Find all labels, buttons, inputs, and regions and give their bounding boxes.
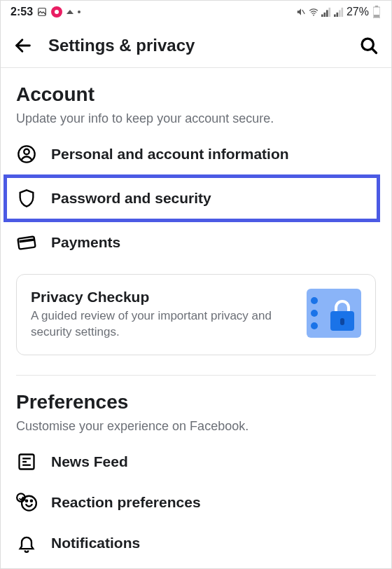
section-preferences: Preferences Customise your experience on…	[1, 376, 391, 563]
item-notifications[interactable]: Notifications	[16, 523, 376, 563]
signal-icon-2	[334, 7, 344, 17]
svg-rect-8	[336, 13, 338, 17]
svg-line-1	[302, 10, 305, 14]
privacy-card-title: Privacy Checkup	[31, 289, 297, 306]
card-icon	[16, 232, 37, 253]
svg-rect-10	[341, 8, 343, 17]
signal-icon	[321, 7, 331, 17]
mute-icon	[296, 7, 306, 17]
item-news-feed[interactable]: News Feed	[16, 441, 376, 482]
battery-percent: 27%	[346, 6, 369, 18]
svg-point-25	[22, 496, 36, 511]
privacy-card-graphic	[307, 289, 361, 338]
person-icon	[16, 144, 37, 165]
svg-rect-9	[339, 10, 341, 17]
section-account-subtitle: Update your info to keep your account se…	[16, 110, 376, 127]
section-preferences-subtitle: Customise your experience on Facebook.	[16, 418, 376, 434]
app-header: Settings & privacy	[1, 23, 391, 68]
item-personal-info-label: Personal and account information	[51, 146, 289, 163]
section-preferences-title: Preferences	[16, 391, 376, 413]
check-dot-icon	[311, 297, 318, 304]
lock-keyhole-icon	[340, 318, 344, 325]
status-right: 27%	[296, 6, 382, 18]
battery-icon	[372, 7, 382, 17]
status-bar: 2:53 27%	[1, 1, 391, 23]
svg-rect-4	[323, 13, 326, 17]
check-dot-icon	[311, 310, 318, 317]
privacy-checkup-card[interactable]: Privacy Checkup A guided review of your …	[16, 274, 376, 355]
item-reaction-prefs-label: Reaction preferences	[51, 494, 201, 511]
item-reaction-prefs[interactable]: Reaction preferences	[16, 482, 376, 523]
item-payments-label: Payments	[51, 234, 120, 251]
svg-rect-5	[326, 10, 328, 17]
item-payments[interactable]: Payments	[16, 222, 376, 263]
search-icon[interactable]	[359, 36, 379, 55]
shield-icon	[16, 188, 37, 209]
wifi-icon	[309, 7, 318, 17]
section-account: Account Update your info to keep your ac…	[1, 68, 391, 263]
reaction-icon	[16, 492, 37, 513]
section-account-title: Account	[16, 83, 376, 106]
back-arrow-icon[interactable]	[13, 36, 33, 55]
item-password-security[interactable]: Password and security	[4, 174, 380, 222]
clock: 2:53	[10, 6, 33, 18]
caret-up-icon	[66, 10, 74, 14]
svg-point-26	[26, 500, 27, 502]
svg-rect-13	[374, 15, 379, 18]
item-news-feed-label: News Feed	[51, 453, 128, 470]
svg-rect-6	[328, 8, 330, 17]
privacy-card-subtitle: A guided review of your important privac…	[31, 308, 297, 341]
svg-rect-3	[321, 15, 323, 18]
app-badge-icon	[51, 6, 62, 18]
svg-line-20	[20, 240, 34, 242]
gallery-icon	[37, 7, 47, 17]
svg-point-18	[24, 149, 29, 154]
item-password-security-label: Password and security	[51, 190, 211, 207]
item-personal-info[interactable]: Personal and account information	[16, 134, 376, 174]
status-left: 2:53	[10, 6, 80, 18]
svg-point-27	[31, 500, 32, 502]
svg-point-2	[313, 15, 314, 16]
item-notifications-label: Notifications	[51, 535, 140, 551]
svg-rect-7	[334, 15, 336, 18]
privacy-card-text: Privacy Checkup A guided review of your …	[31, 289, 297, 341]
newsfeed-icon	[16, 451, 37, 472]
bell-icon	[16, 533, 37, 554]
svg-rect-19	[18, 237, 35, 249]
page-title: Settings & privacy	[48, 36, 344, 55]
svg-line-16	[372, 48, 377, 53]
dot-icon	[78, 11, 80, 13]
check-dot-icon	[311, 322, 318, 329]
